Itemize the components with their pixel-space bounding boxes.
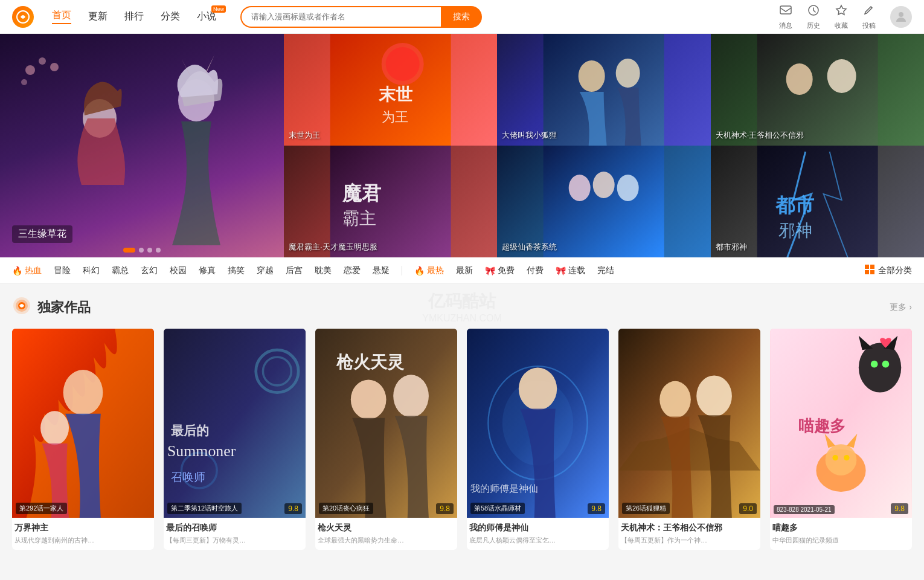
nav-ranking[interactable]: 排行 [124,10,144,23]
svg-point-26 [593,172,615,198]
nav-categories[interactable]: 分类 [161,10,180,23]
comic-card-5[interactable]: 9.0 第26话狐狸精 天机神术：王爷相公不信邪 【每周五更新】作为一个神… [618,329,760,550]
svg-point-67 [844,455,849,460]
star-icon [835,4,848,20]
svg-text:枪火天灵: 枪火天灵 [336,353,405,372]
nav-updates[interactable]: 更新 [88,10,107,23]
dot-3[interactable] [147,248,152,253]
svg-rect-24 [544,146,664,257]
logo-area [12,6,34,28]
cat-scifi[interactable]: 科幻 [83,265,100,276]
svg-point-58 [659,381,691,418]
nav-novels[interactable]: 小说 New [197,10,216,23]
submit-action[interactable]: 投稿 [862,4,876,30]
svg-point-55 [519,368,557,410]
banner-cell-title-6: 都市邪神 [716,242,747,253]
banner-cell-6[interactable]: 都市 邪神 都市邪神 [711,146,924,257]
svg-point-6 [25,65,35,75]
search-input[interactable] [240,6,441,28]
all-categories-label: 全部分类 [878,265,912,276]
comic-card-3[interactable]: 枪火天灵 9.8 第20话丧心病狂 枪火天灵 全球最强大的黑暗势力生命… [315,329,457,550]
cat-boss[interactable]: 霸总 [112,265,129,276]
banner-main[interactable]: 三生缘草花 [0,34,284,257]
message-label: 消息 [779,21,792,30]
svg-point-61 [859,343,901,392]
comic-card-1[interactable]: 第292话一家人 万界神主 从现代穿越到南州的古神… [12,329,154,550]
svg-rect-18 [757,34,877,146]
svg-rect-31 [865,265,869,269]
dot-2[interactable] [139,248,144,253]
comic-desc-5: 【每周五更新】作为一个神… [621,536,758,545]
message-icon [779,4,792,20]
cat-school[interactable]: 校园 [170,265,187,276]
svg-text:为王: 为王 [382,109,408,124]
svg-rect-1 [780,6,791,14]
comic-title-5: 天机神术：王爷相公不信邪 [621,523,758,533]
svg-point-3 [899,12,903,17]
svg-text:召唤师: 召唤师 [171,471,205,483]
comic-episode-3: 第20话丧心病狂 [319,503,373,514]
banner-grid: 末世 为王 末世为王 [284,34,924,257]
banner-dots [123,248,161,253]
svg-point-8 [50,63,59,71]
cat-fantasy[interactable]: 玄幻 [141,265,158,276]
svg-point-7 [39,57,46,65]
cat-harem[interactable]: 后宫 [286,265,303,276]
dot-1[interactable] [123,248,135,253]
cat-mystery[interactable]: 悬疑 [373,265,390,276]
comic-episode-1: 第292话一家人 [16,503,67,514]
comic-title-2: 最后的召唤师 [166,523,303,533]
cat-cultivation[interactable]: 修真 [199,265,216,276]
banner-cell-4[interactable]: 魔君 霸主 魔君霸主·天才魔玉明思服 [284,146,497,257]
message-action[interactable]: 消息 [779,4,792,30]
search-button[interactable]: 搜索 [441,6,482,28]
banner-cell-1[interactable]: 末世 为王 末世为王 [284,34,497,146]
cat-paid[interactable]: 付费 [527,265,544,276]
history-action[interactable]: 历史 [807,4,820,30]
dot-4[interactable] [156,248,161,253]
svg-point-49 [351,379,387,419]
cat-hot[interactable]: 🔥 热血 [12,265,42,276]
comic-info-3: 枪火天灵 全球最强大的黑暗势力生命… [315,518,457,550]
comic-desc-4: 底层凡人杨颖云偶得至宝乞… [469,536,606,545]
header-actions: 消息 历史 收藏 [779,4,912,30]
cat-completed[interactable]: 完结 [597,265,614,276]
comic-card-6[interactable]: 喵趣多 9.8 823-828 2021-05-21 喵趣多 中华田园猫的纪录频… [770,329,912,550]
cat-newest[interactable]: 最新 [456,265,473,276]
cat-hottest[interactable]: 🔥 最热 [414,265,444,276]
cat-transmigrate[interactable]: 穿越 [257,265,274,276]
cat-free[interactable]: 🎀 免费 [485,265,515,276]
history-label: 历史 [807,21,820,30]
comic-card-2[interactable]: 最后的 Summoner 召唤师 9.8 第二季第12话时空旅人 最后的召唤师 … [164,329,306,550]
banner-cell-3[interactable]: 天机神术·王爷相公不信邪 [711,34,924,146]
cat-adventure[interactable]: 冒险 [54,265,71,276]
nav-home[interactable]: 首页 [52,9,71,24]
favorites-action[interactable]: 收藏 [835,4,848,30]
cat-ongoing[interactable]: 🎀 连载 [556,265,585,276]
svg-point-65 [826,444,857,475]
section-title: 独家作品 [12,296,91,319]
favorites-label: 收藏 [835,21,848,30]
new-badge: New [211,5,226,13]
svg-text:喵趣多: 喵趣多 [798,417,845,435]
svg-point-59 [696,375,732,416]
ribbon-icon: 🎀 [485,266,495,276]
svg-point-62 [871,361,878,368]
svg-text:末世: 末世 [378,85,413,104]
svg-text:最后的: 最后的 [171,424,209,438]
cat-danmei[interactable]: 耽美 [315,265,332,276]
comic-card-4[interactable]: 我的师傅是神仙 9.8 第58话水晶师材 我的师傅是神仙 底层凡人杨颖云偶得至宝… [467,329,609,550]
svg-point-16 [579,60,605,92]
banner-cell-2[interactable]: 大佬叫我小狐狸 [497,34,710,146]
banner-main-title: 三生缘草花 [12,225,72,243]
more-link[interactable]: 更多 › [890,302,912,313]
svg-point-40 [40,411,69,445]
cat-romance[interactable]: 恋爱 [344,265,361,276]
all-categories[interactable]: 全部分类 [865,265,912,276]
edit-icon [862,4,876,20]
cat-comedy[interactable]: 搞笑 [228,265,245,276]
ribbon-icon-2: 🎀 [556,266,566,276]
section-title-text: 独家作品 [37,298,91,317]
avatar[interactable] [890,6,912,28]
banner-cell-5[interactable]: 超级仙香茶系统 [497,146,710,257]
